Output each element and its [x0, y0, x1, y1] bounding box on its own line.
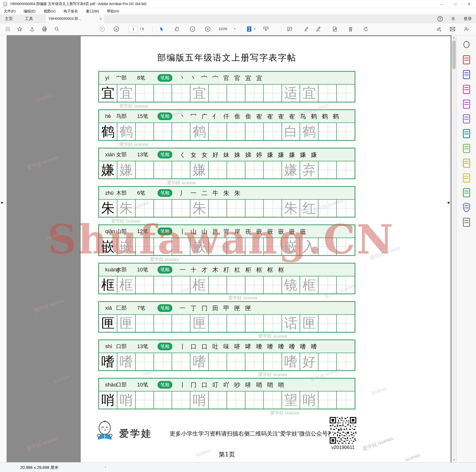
scroll-thumb[interactable]: [452, 40, 456, 69]
stroke-glyph: 一: [188, 189, 199, 197]
link-share-icon[interactable]: [435, 25, 443, 33]
more-tools-icon[interactable]: [462, 218, 471, 227]
export-excel-icon[interactable]: [462, 144, 471, 153]
left-panel-rail: [0, 35, 7, 462]
character-row-框: kuàng木部10笔笔顺一十才木朾杠柜框框框框框框镜框爱学娃 ixuewa: [98, 263, 355, 301]
practice-cell: 匣: [117, 315, 136, 332]
export-pdf-icon[interactable]: [462, 70, 471, 79]
page-number-input[interactable]: 1: [129, 26, 138, 32]
practice-cell: 镜: [282, 276, 300, 293]
create-pdf-icon[interactable]: [462, 55, 471, 64]
stroke-glyph: 嵌: [254, 228, 264, 236]
rotate-icon[interactable]: [362, 25, 370, 33]
email-icon[interactable]: [448, 25, 457, 33]
practice-cell: [154, 315, 172, 332]
stroke-order-badge: 笔顺: [157, 228, 172, 235]
menu-item-5[interactable]: 帮助(H): [107, 9, 119, 14]
status-chevron-icon[interactable]: ‹: [105, 465, 106, 469]
practice-cell: [172, 200, 190, 217]
menu-item-1[interactable]: 编辑(E): [24, 9, 35, 14]
stroke-glyph: 嗜: [276, 343, 286, 350]
stroke-glyph: 丨: [178, 381, 187, 389]
tab-tools[interactable]: 工具: [25, 14, 33, 23]
zoom-caret-icon[interactable]: ▾: [234, 27, 235, 30]
share-upload-icon[interactable]: [28, 25, 36, 33]
protect-icon[interactable]: [462, 203, 471, 212]
practice-cell: [154, 200, 172, 217]
scan-ocr-icon[interactable]: [462, 188, 471, 197]
menu-item-0[interactable]: 文件(F): [4, 9, 16, 14]
search-icon[interactable]: [53, 25, 61, 33]
previous-page-icon[interactable]: [98, 25, 106, 33]
tab-close-icon[interactable]: ×: [100, 17, 102, 21]
zoom-out-icon[interactable]: [188, 25, 197, 33]
menu-item-3[interactable]: 电子签名: [64, 9, 78, 14]
word-char: 嗜: [284, 355, 298, 368]
practice-cell: [264, 161, 282, 179]
row-header: xiá匚部7笔笔顺一丁冂田甲匣匣: [99, 302, 355, 315]
zoom-in-icon[interactable]: [204, 25, 212, 33]
scroll-down-icon[interactable]: ▼: [452, 457, 457, 462]
notification-bell-icon[interactable]: [451, 16, 456, 21]
hand-tool-icon[interactable]: [173, 25, 181, 33]
minimize-button[interactable]: ─: [435, 0, 448, 8]
comment-note-icon[interactable]: [286, 25, 294, 33]
search-tools-icon[interactable]: [462, 40, 471, 50]
trace-char: 鹤: [193, 125, 206, 138]
tab-home[interactable]: 主页: [5, 14, 13, 23]
combine-files-icon[interactable]: [462, 159, 471, 168]
trace-char: 嗜: [119, 355, 133, 368]
stroke-glyph: 丨: [178, 228, 187, 236]
stroke-glyph: 丶: [178, 74, 187, 82]
menu-item-4[interactable]: 窗口(W): [86, 9, 99, 14]
practice-cell: [245, 276, 264, 293]
row-box: xiá匚部7笔笔顺一丁冂田甲匣匣匣匣匣话匣: [98, 301, 355, 333]
practice-cell: [209, 276, 227, 293]
zoom-level-label[interactable]: 111%: [219, 27, 227, 31]
menu-item-2[interactable]: 视图(V): [44, 9, 55, 14]
read-mode-icon[interactable]: [262, 25, 270, 33]
login-link[interactable]: 登录: [464, 16, 472, 21]
practice-grid: 嗜嗜嗜嗜好: [99, 353, 355, 370]
next-page-icon[interactable]: [112, 25, 120, 33]
highlighter-icon[interactable]: [302, 25, 310, 33]
footer-notice-text: 更多小学生学习资料请扫描右侧二维码关注“爱学娃”微信公众号获取。: [170, 430, 345, 437]
radical-label: 匚部: [116, 305, 137, 312]
fit-width-icon[interactable]: [245, 25, 253, 33]
practice-cell: [264, 85, 282, 102]
delete-pages-icon[interactable]: [346, 25, 355, 33]
star-favorite-icon[interactable]: [16, 25, 24, 33]
fit-caret-icon[interactable]: ▾: [254, 27, 255, 30]
user-add-icon[interactable]: [462, 25, 470, 33]
practice-cell: [172, 276, 190, 293]
page-edit-icon[interactable]: [331, 25, 339, 33]
edit-pdf-icon[interactable]: [462, 100, 471, 109]
print-icon[interactable]: [40, 25, 49, 33]
close-button[interactable]: ✕: [462, 0, 476, 8]
right-panel-collapse-icon[interactable]: ◀: [447, 201, 449, 204]
save-icon[interactable]: [4, 25, 12, 33]
organize-pages-icon[interactable]: [462, 85, 471, 94]
trace-char: 朱: [119, 201, 133, 215]
sign-pen-icon[interactable]: [314, 25, 322, 33]
document-tab[interactable]: YBH005050003.部... ×: [45, 14, 105, 23]
practice-cell: [337, 353, 355, 370]
practice-cell: 哨: [99, 391, 117, 409]
vertical-scrollbar[interactable]: ▲ ▼: [452, 35, 457, 462]
practice-cell: [136, 238, 154, 255]
select-tool-icon[interactable]: [157, 25, 166, 33]
comment-icon[interactable]: [462, 173, 471, 182]
maximize-button[interactable]: □: [448, 0, 462, 8]
practice-cell: [154, 123, 172, 140]
character-row-嫌: xián女部13笔笔顺く女女好妹姝娣婷嫌嫌嫌嫌嫌嫌嫌嫌嫌弃爱学娃 ixuewa: [98, 148, 355, 186]
fill-sign-icon[interactable]: [462, 114, 471, 123]
stroke-glyph: 嫌: [309, 151, 319, 159]
send-track-icon[interactable]: [462, 129, 471, 138]
practice-cell: 哨: [300, 391, 319, 409]
scroll-up-icon[interactable]: ▲: [452, 35, 457, 40]
left-panel-expander-icon[interactable]: ▶: [1, 201, 3, 204]
practice-cell: 框: [117, 276, 136, 293]
practice-cell: 弃: [300, 161, 319, 179]
practice-cell: [319, 123, 337, 140]
help-icon[interactable]: ?: [438, 16, 443, 21]
